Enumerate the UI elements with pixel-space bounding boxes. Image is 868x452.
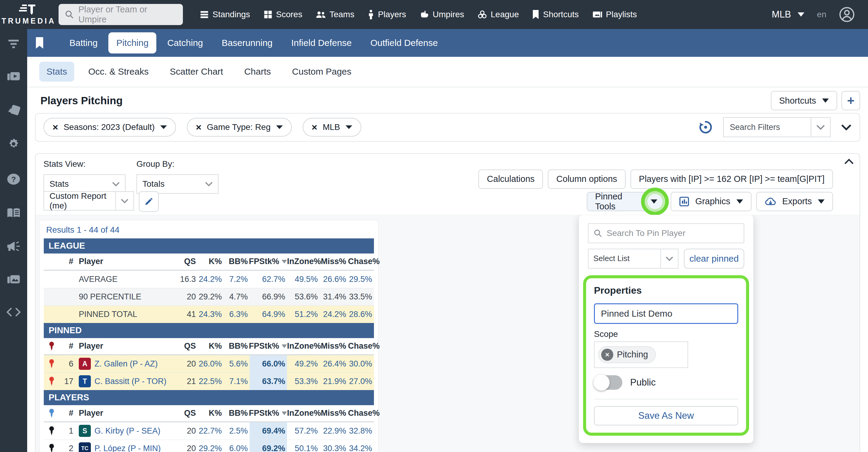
public-toggle[interactable] [594, 375, 622, 390]
tab-stats[interactable]: Stats [39, 62, 74, 82]
edit-report-button[interactable] [139, 191, 159, 212]
calculations-button[interactable]: Calculations [478, 169, 543, 189]
table-row-90-percentile: 90 PERCENTILE 20 29.2% 4.7% 66.9% 53.6% … [44, 288, 374, 306]
public-label: Public [630, 377, 655, 388]
scope-chip-pitching[interactable]: × Pitching [598, 346, 656, 363]
global-search-input[interactable]: Player or Team or Umpire [59, 4, 183, 25]
filters-bar: × Seasons: 2023 (Default) × Game Type: R… [35, 113, 860, 142]
filter-chip-seasons[interactable]: × Seasons: 2023 (Default) [43, 118, 176, 137]
search-filters-input[interactable]: Search Filters [723, 117, 831, 137]
shortcuts-dropdown-button[interactable]: Shortcuts [771, 91, 838, 110]
tab-baserunning[interactable]: Baserunning [214, 32, 280, 54]
table-row-player: 17 TC. Bassitt (P - TOR) 21 22.5% 7.1% 6… [44, 372, 374, 390]
pin-icon[interactable] [48, 444, 56, 452]
code-icon[interactable] [6, 307, 21, 317]
scope-field[interactable]: × Pitching [594, 341, 688, 368]
glossary-book-icon[interactable] [6, 207, 21, 219]
tab-outfield-defense[interactable]: Outfield Defense [363, 32, 445, 54]
scope-label: Scope [594, 329, 738, 339]
chevron-down-icon [798, 12, 804, 17]
top-navbar: TRUMEDIA Player or Team or Umpire Standi… [0, 0, 868, 29]
graphics-dropdown-button[interactable]: Graphics [671, 192, 751, 211]
page-header: Players Pitching Shortcuts + [27, 91, 868, 111]
filter-chip-mlb[interactable]: × MLB [303, 118, 361, 137]
cloud-download-icon [765, 196, 776, 207]
tab-infield-defense[interactable]: Infield Defense [283, 32, 360, 54]
remove-filter-icon[interactable]: × [53, 122, 58, 133]
tab-charts[interactable]: Charts [237, 62, 278, 82]
sorted-column-header[interactable]: FPStk% [250, 341, 287, 351]
sorted-column-header[interactable]: FPStk% [250, 257, 287, 266]
nav-players[interactable]: Players [368, 10, 406, 19]
remove-filter-icon[interactable]: × [312, 122, 317, 133]
player-link[interactable]: P. López (P - MIN) [94, 444, 161, 452]
tab-catching[interactable]: Catching [159, 32, 211, 54]
nav-standings[interactable]: Standings [200, 10, 250, 19]
nav-scores[interactable]: Scores [264, 10, 302, 19]
chevron-down-icon [818, 199, 825, 204]
pin-search-placeholder: Search To Pin Player [607, 228, 685, 238]
pinned-tools-dropdown-button[interactable]: Pinned Tools [587, 192, 666, 211]
results-area: Results 1 - 44 of 44 LEAGUE # Player QS … [36, 215, 860, 452]
nav-shortcuts[interactable]: Shortcuts [532, 10, 579, 19]
pin-icon[interactable] [48, 342, 56, 351]
pin-icon[interactable] [48, 426, 56, 435]
tab-batting[interactable]: Batting [62, 32, 105, 54]
player-link[interactable]: Z. Gallen (P - AZ) [94, 359, 158, 369]
cards-deck-icon[interactable] [7, 104, 21, 116]
results-count-link[interactable]: Results 1 - 44 of 44 [44, 223, 374, 238]
filter-chip-game-type[interactable]: × Game Type: Reg [187, 118, 292, 137]
add-shortcut-button[interactable]: + [841, 91, 860, 110]
settings-gear-icon[interactable] [7, 138, 20, 151]
group-by-select[interactable]: Totals [136, 174, 218, 194]
clear-pinned-button[interactable]: clear pinned [684, 249, 744, 269]
exports-dropdown-button[interactable]: Exports [756, 192, 833, 211]
unpin-icon[interactable] [48, 377, 56, 386]
history-restore-icon[interactable] [699, 120, 713, 135]
remove-scope-icon[interactable]: × [601, 349, 613, 361]
select-list-dropdown[interactable]: Select List [588, 249, 679, 269]
profile-avatar-icon[interactable] [839, 7, 855, 22]
sorted-column-header[interactable]: FPStk% [250, 408, 287, 418]
svg-text:?: ? [11, 175, 16, 183]
language-indicator[interactable]: en [817, 10, 826, 19]
collapse-panel-chevron-icon[interactable] [844, 159, 854, 165]
chevron-down-icon [160, 125, 167, 129]
column-options-button[interactable]: Column options [548, 169, 626, 189]
collapse-filters-chevron-icon[interactable] [841, 124, 852, 131]
league-selector-dropdown[interactable]: MLB [772, 9, 804, 20]
pinned-list-name-input[interactable] [594, 303, 738, 324]
player-link[interactable]: C. Bassitt (P - TOR) [94, 377, 166, 386]
save-as-new-button[interactable]: Save As New [594, 406, 738, 425]
player-link[interactable]: G. Kirby (P - SEA) [94, 426, 161, 436]
trumedia-logo[interactable]: TRUMEDIA [0, 4, 57, 25]
image-library-icon[interactable] [7, 274, 21, 285]
tab-pitching[interactable]: Pitching [108, 32, 156, 54]
nav-umpires[interactable]: Umpires [420, 10, 464, 19]
announcements-megaphone-icon[interactable] [6, 241, 21, 252]
tab-occ-streaks[interactable]: Occ. & Streaks [81, 62, 156, 82]
chevron-down-icon [736, 199, 743, 204]
chevron-down-icon [276, 125, 283, 129]
chevron-down-icon[interactable] [811, 118, 830, 137]
nav-league[interactable]: League [477, 10, 519, 19]
filter-icon[interactable] [7, 39, 20, 49]
bookmark-icon[interactable] [35, 37, 44, 49]
stats-view-select[interactable]: Stats [43, 174, 126, 194]
tab-custom-pages[interactable]: Custom Pages [285, 62, 359, 82]
stats-panel: Stats View: Stats Group By: Totals [35, 153, 860, 452]
help-icon[interactable]: ? [7, 173, 21, 186]
nav-playlists[interactable]: Playlists [592, 10, 637, 19]
table-row-pinned-total: PINNED TOTAL 41 24.3% 6.3% 64.9% 51.2% 2… [44, 306, 374, 323]
video-playlist-icon[interactable] [7, 71, 21, 82]
table-row-average: AVERAGE 16.3 24.2% 7.2% 62.7% 49.5% 26.6… [44, 271, 374, 288]
player-filter-expression-button[interactable]: Players with [IP] >= 162 OR [IP] >= team… [630, 169, 833, 189]
unpin-icon[interactable] [48, 359, 56, 368]
pin-icon[interactable] [48, 409, 56, 418]
remove-filter-icon[interactable]: × [196, 122, 202, 133]
tab-scatter-chart[interactable]: Scatter Chart [162, 62, 230, 82]
chevron-down-icon [346, 125, 352, 129]
nav-teams[interactable]: Teams [316, 10, 354, 19]
pin-player-search-input[interactable]: Search To Pin Player [588, 223, 744, 243]
custom-report-select[interactable]: Custom Report (me) [43, 191, 134, 210]
